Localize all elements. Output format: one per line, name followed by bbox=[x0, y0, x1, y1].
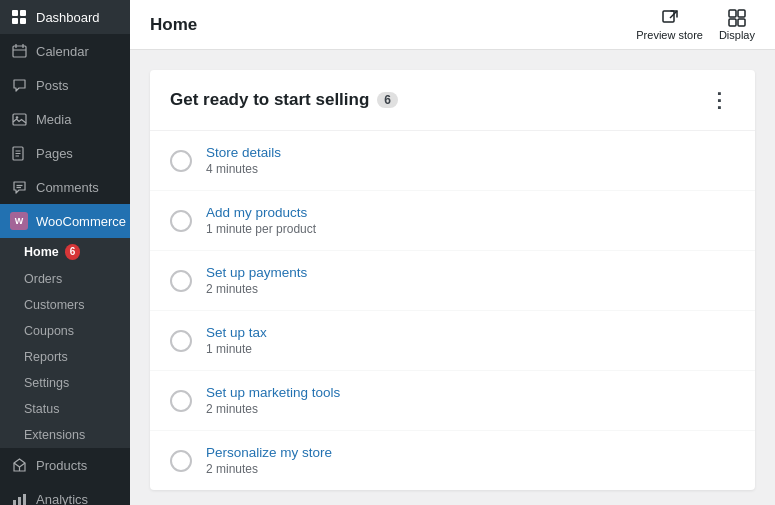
task-info: Store details4 minutes bbox=[206, 145, 281, 176]
card-title: Get ready to start selling 6 bbox=[170, 90, 398, 110]
home-badge: 6 bbox=[65, 244, 81, 260]
task-title[interactable]: Personalize my store bbox=[206, 445, 332, 460]
sidebar: Dashboard Calendar Posts Media Pages Com… bbox=[0, 0, 130, 505]
customers-label: Customers bbox=[24, 298, 84, 312]
sidebar-item-products-label: Products bbox=[36, 458, 87, 473]
card-menu-button[interactable]: ⋮ bbox=[703, 88, 735, 112]
task-info: Personalize my store2 minutes bbox=[206, 445, 332, 476]
dashboard-icon bbox=[10, 8, 28, 26]
coupons-label: Coupons bbox=[24, 324, 74, 338]
task-count-badge: 6 bbox=[377, 92, 398, 108]
display-button[interactable]: Display bbox=[719, 9, 755, 41]
task-item[interactable]: Store details4 minutes bbox=[150, 131, 755, 191]
submenu-item-home[interactable]: Home 6 bbox=[0, 238, 130, 266]
sidebar-item-woocommerce[interactable]: W WooCommerce bbox=[0, 204, 130, 238]
pages-icon bbox=[10, 144, 28, 162]
extensions-label: Extensions bbox=[24, 428, 85, 442]
submenu-item-customers[interactable]: Customers bbox=[0, 292, 130, 318]
task-duration: 2 minutes bbox=[206, 282, 307, 296]
submenu-item-orders[interactable]: Orders bbox=[0, 266, 130, 292]
task-title[interactable]: Add my products bbox=[206, 205, 316, 220]
task-info: Set up tax1 minute bbox=[206, 325, 267, 356]
task-duration: 1 minute bbox=[206, 342, 267, 356]
main-content: Home Preview store Display Get ready to … bbox=[130, 0, 775, 505]
svg-rect-21 bbox=[738, 10, 745, 17]
page-title: Home bbox=[150, 15, 197, 35]
comments-icon bbox=[10, 178, 28, 196]
task-circle bbox=[170, 450, 192, 472]
task-duration: 4 minutes bbox=[206, 162, 281, 176]
task-item[interactable]: Set up payments2 minutes bbox=[150, 251, 755, 311]
sidebar-item-products[interactable]: Products bbox=[0, 448, 130, 482]
sidebar-item-calendar-label: Calendar bbox=[36, 44, 89, 59]
task-item[interactable]: Add my products1 minute per product bbox=[150, 191, 755, 251]
task-item[interactable]: Set up marketing tools2 minutes bbox=[150, 371, 755, 431]
preview-store-icon bbox=[661, 9, 679, 27]
task-item[interactable]: Personalize my store2 minutes bbox=[150, 431, 755, 490]
submenu-item-extensions[interactable]: Extensions bbox=[0, 422, 130, 448]
submenu-item-settings[interactable]: Settings bbox=[0, 370, 130, 396]
posts-icon bbox=[10, 76, 28, 94]
status-label: Status bbox=[24, 402, 59, 416]
task-info: Set up payments2 minutes bbox=[206, 265, 307, 296]
sidebar-item-analytics[interactable]: Analytics bbox=[0, 482, 130, 505]
getting-started-card: Get ready to start selling 6 ⋮ Store det… bbox=[150, 70, 755, 490]
task-circle bbox=[170, 150, 192, 172]
topbar: Home Preview store Display bbox=[130, 0, 775, 50]
sidebar-item-dashboard[interactable]: Dashboard bbox=[0, 0, 130, 34]
task-title[interactable]: Store details bbox=[206, 145, 281, 160]
task-title[interactable]: Set up tax bbox=[206, 325, 267, 340]
calendar-icon bbox=[10, 42, 28, 60]
task-circle bbox=[170, 390, 192, 412]
task-circle bbox=[170, 330, 192, 352]
svg-rect-1 bbox=[20, 10, 26, 16]
sidebar-item-analytics-label: Analytics bbox=[36, 492, 88, 506]
svg-rect-16 bbox=[23, 494, 26, 506]
woocommerce-label: WooCommerce bbox=[36, 214, 126, 229]
sidebar-item-posts[interactable]: Posts bbox=[0, 68, 130, 102]
task-duration: 2 minutes bbox=[206, 402, 340, 416]
media-icon bbox=[10, 110, 28, 128]
task-item[interactable]: Set up tax1 minute bbox=[150, 311, 755, 371]
sidebar-item-media[interactable]: Media bbox=[0, 102, 130, 136]
svg-point-9 bbox=[15, 116, 18, 119]
woocommerce-submenu: Home 6 Orders Customers Coupons Reports … bbox=[0, 238, 130, 448]
card-title-text: Get ready to start selling bbox=[170, 90, 369, 110]
reports-label: Reports bbox=[24, 350, 68, 364]
task-title[interactable]: Set up payments bbox=[206, 265, 307, 280]
sidebar-item-comments-label: Comments bbox=[36, 180, 99, 195]
analytics-icon bbox=[10, 490, 28, 505]
preview-store-label: Preview store bbox=[636, 29, 703, 41]
task-duration: 1 minute per product bbox=[206, 222, 316, 236]
sidebar-item-media-label: Media bbox=[36, 112, 71, 127]
svg-rect-20 bbox=[729, 10, 736, 17]
task-info: Add my products1 minute per product bbox=[206, 205, 316, 236]
card-header: Get ready to start selling 6 ⋮ bbox=[150, 70, 755, 131]
svg-rect-23 bbox=[738, 19, 745, 26]
sidebar-item-comments[interactable]: Comments bbox=[0, 170, 130, 204]
task-duration: 2 minutes bbox=[206, 462, 332, 476]
woocommerce-icon: W bbox=[10, 212, 28, 230]
task-info: Set up marketing tools2 minutes bbox=[206, 385, 340, 416]
svg-rect-14 bbox=[13, 500, 16, 506]
sidebar-item-pages[interactable]: Pages bbox=[0, 136, 130, 170]
submenu-item-status[interactable]: Status bbox=[0, 396, 130, 422]
svg-rect-8 bbox=[13, 114, 26, 125]
preview-store-button[interactable]: Preview store bbox=[636, 9, 703, 41]
task-circle bbox=[170, 210, 192, 232]
svg-rect-4 bbox=[13, 46, 26, 57]
submenu-item-reports[interactable]: Reports bbox=[0, 344, 130, 370]
task-title[interactable]: Set up marketing tools bbox=[206, 385, 340, 400]
svg-rect-22 bbox=[729, 19, 736, 26]
topbar-actions: Preview store Display bbox=[636, 9, 755, 41]
display-icon bbox=[728, 9, 746, 27]
display-label: Display bbox=[719, 29, 755, 41]
sidebar-item-calendar[interactable]: Calendar bbox=[0, 34, 130, 68]
task-list: Store details4 minutesAdd my products1 m… bbox=[150, 131, 755, 490]
home-label: Home bbox=[24, 245, 59, 259]
svg-rect-15 bbox=[18, 497, 21, 506]
submenu-item-coupons[interactable]: Coupons bbox=[0, 318, 130, 344]
svg-rect-2 bbox=[12, 18, 18, 24]
sidebar-item-dashboard-label: Dashboard bbox=[36, 10, 100, 25]
orders-label: Orders bbox=[24, 272, 62, 286]
